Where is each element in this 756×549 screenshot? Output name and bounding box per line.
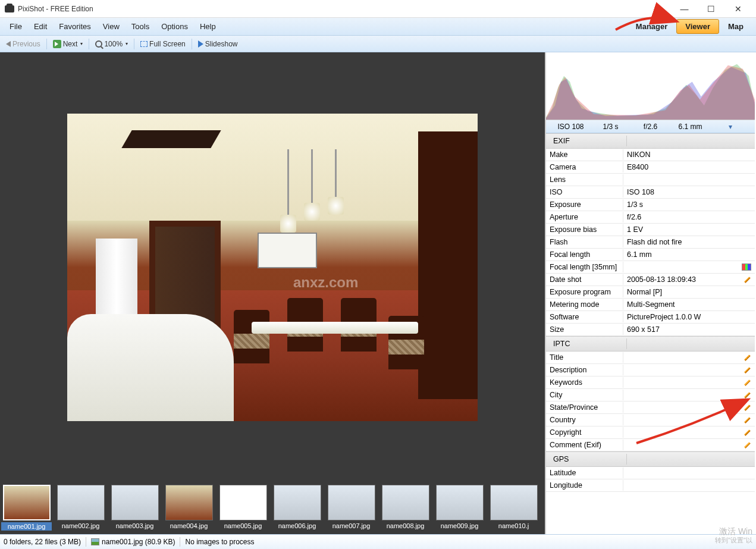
status-bar: 0 folders, 22 files (3 MB) name001.jpg (…: [0, 534, 756, 549]
thumbnail-strip[interactable]: name001.jpgname002.jpgname003.jpgname004…: [0, 482, 545, 541]
thumbnail[interactable]: name007.jpg: [326, 485, 377, 541]
meta-row[interactable]: Copyright: [546, 426, 755, 439]
viewer-tab[interactable]: Viewer: [676, 19, 719, 34]
thumbnail[interactable]: name006.jpg: [272, 485, 322, 541]
thumbnail-label: name005.jpg: [218, 522, 268, 529]
meta-row[interactable]: Date shot2005-08-13 18:09:43: [546, 274, 755, 286]
menu-help[interactable]: Help: [194, 20, 222, 33]
meta-row[interactable]: SoftwarePictureProject 1.0.0 W: [546, 311, 755, 324]
meta-row[interactable]: Keywords: [546, 377, 755, 389]
map-tab[interactable]: Map: [719, 19, 752, 34]
slideshow-button[interactable]: Slideshow: [195, 39, 241, 49]
pencil-icon[interactable]: [744, 354, 751, 361]
thumbnail[interactable]: name001.jpg: [1, 485, 52, 541]
menu-edit[interactable]: Edit: [28, 20, 53, 33]
thumbnail-image: [57, 485, 105, 520]
meta-row[interactable]: ISOISO 108: [546, 186, 755, 199]
meta-key: Exposure program: [546, 287, 623, 297]
status-folders: 0 folders, 22 files (3 MB): [4, 538, 81, 546]
title-bar: PixiShot - FREE Edition — ☐ ✕: [0, 0, 756, 18]
meta-row[interactable]: FlashFlash did not fire: [546, 236, 755, 249]
meta-row[interactable]: Lens: [546, 174, 755, 186]
zoom-control[interactable]: 100% ▾: [92, 39, 131, 49]
manager-tab[interactable]: Manager: [627, 19, 676, 34]
menu-options[interactable]: Options: [155, 20, 194, 33]
meta-row[interactable]: Focal length [35mm]: [546, 261, 755, 274]
meta-row[interactable]: Latitude: [546, 467, 755, 479]
meta-row[interactable]: Metering modeMulti-Segment: [546, 299, 755, 311]
meta-row[interactable]: MakeNIKON: [546, 149, 755, 161]
pencil-icon[interactable]: [744, 404, 751, 411]
thumbnail[interactable]: name008.jpg: [380, 485, 431, 541]
pencil-icon[interactable]: [744, 276, 751, 283]
menu-favorites[interactable]: Favorites: [53, 20, 96, 33]
pencil-icon[interactable]: [744, 429, 751, 436]
meta-value: [623, 178, 755, 181]
menu-file[interactable]: File: [4, 20, 28, 33]
pencil-icon[interactable]: [744, 416, 751, 423]
pencil-icon[interactable]: [744, 391, 751, 399]
menu-tools[interactable]: Tools: [126, 20, 155, 33]
meta-value: 690 x 517: [623, 324, 755, 335]
thumbnail[interactable]: name004.jpg: [164, 485, 214, 541]
color-box-icon[interactable]: [742, 263, 751, 271]
meta-row[interactable]: Exposure bias1 EV: [546, 224, 755, 236]
meta-row[interactable]: Description: [546, 364, 755, 377]
chevron-down-icon[interactable]: ▾: [710, 123, 750, 131]
thumbnail-label: name003.jpg: [109, 522, 160, 529]
thumbnail[interactable]: name009.jpg: [434, 485, 485, 541]
summary-aperture: f/2.6: [630, 123, 670, 131]
metadata-panel: ISO 108 1/3 s f/2.6 6.1 mm ▾ EXIFMakeNIK…: [546, 52, 755, 549]
meta-key: Lens: [546, 174, 623, 185]
thumbnail[interactable]: name010.j: [488, 485, 539, 541]
meta-row[interactable]: State/Province: [546, 401, 755, 414]
pencil-icon[interactable]: [744, 441, 751, 448]
fullscreen-button[interactable]: Full Screen: [137, 39, 189, 49]
close-button[interactable]: ✕: [724, 1, 751, 17]
next-button[interactable]: Next ▾: [49, 39, 87, 49]
meta-row[interactable]: City: [546, 389, 755, 401]
meta-section-header[interactable]: IPTC: [546, 336, 755, 352]
thumbnail[interactable]: name005.jpg: [218, 485, 268, 541]
meta-value: 1 EV: [623, 224, 755, 235]
thumbnail-label: name009.jpg: [434, 522, 485, 529]
meta-value: [623, 378, 755, 387]
meta-row[interactable]: Size690 x 517: [546, 324, 755, 336]
mode-tabs: Manager Viewer Map: [627, 19, 752, 34]
image-viewport[interactable]: anxz.com: [0, 52, 545, 482]
meta-key: Make: [546, 149, 623, 160]
exif-summary-bar[interactable]: ISO 108 1/3 s f/2.6 6.1 mm ▾: [546, 120, 755, 133]
meta-section-header[interactable]: EXIF: [546, 133, 755, 149]
thumbnail-image: [3, 485, 51, 520]
meta-section-header[interactable]: GPS: [546, 451, 755, 467]
metadata-table[interactable]: EXIFMakeNIKONCameraE8400LensISOISO 108Ex…: [546, 133, 755, 549]
thumbnail-label: name010.j: [488, 522, 539, 529]
meta-row[interactable]: Country: [546, 414, 755, 426]
thumbnail-label: name008.jpg: [380, 522, 431, 529]
viewer-column: anxz.com name001.jpgname002.jpgname003.j…: [0, 52, 546, 549]
thumbnail[interactable]: name002.jpg: [55, 485, 106, 541]
meta-row[interactable]: Longitude: [546, 479, 755, 492]
meta-key: Flash: [546, 237, 623, 247]
summary-shutter: 1/3 s: [591, 123, 630, 131]
thumbnail[interactable]: name003.jpg: [109, 485, 160, 541]
minimize-button[interactable]: —: [671, 1, 698, 17]
meta-row[interactable]: Exposure1/3 s: [546, 199, 755, 211]
maximize-button[interactable]: ☐: [698, 1, 724, 17]
meta-row[interactable]: Exposure programNormal [P]: [546, 286, 755, 299]
thumbnail-label: name002.jpg: [55, 522, 106, 529]
menu-view[interactable]: View: [97, 20, 126, 33]
image-icon: [91, 538, 99, 545]
meta-row[interactable]: Focal length6.1 mm: [546, 249, 755, 261]
meta-row[interactable]: CameraE8400: [546, 161, 755, 174]
thumbnail-label: name004.jpg: [164, 522, 214, 529]
pencil-icon[interactable]: [744, 379, 751, 386]
meta-row[interactable]: Comment (Exif): [546, 439, 755, 451]
histogram[interactable]: [546, 52, 755, 120]
meta-key: Size: [546, 324, 623, 335]
pencil-icon[interactable]: [744, 366, 751, 374]
thumbnail-label: name006.jpg: [272, 522, 322, 529]
meta-row[interactable]: Title: [546, 352, 755, 364]
meta-row[interactable]: Aperturef/2.6: [546, 211, 755, 224]
previous-button[interactable]: Previous: [2, 39, 44, 49]
